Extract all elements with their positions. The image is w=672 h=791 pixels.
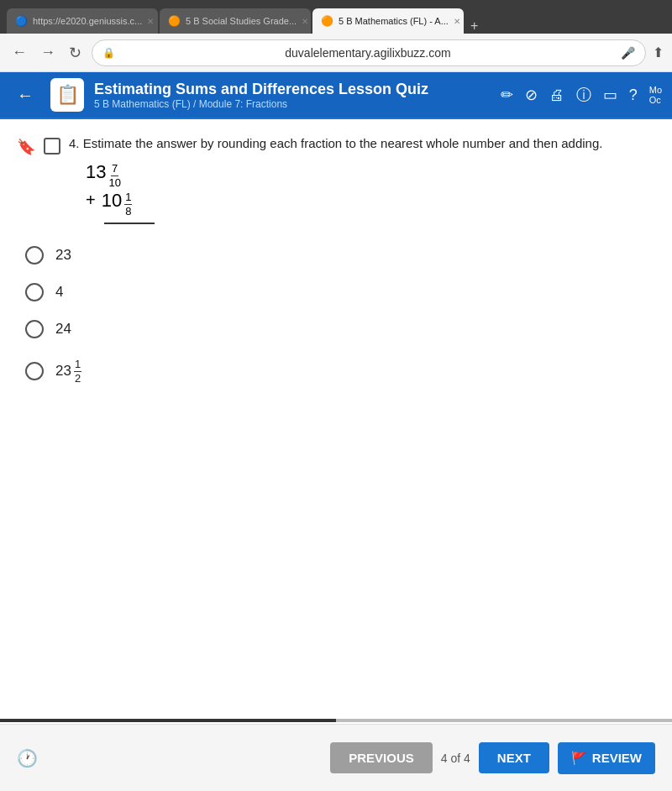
tab-bar: 🔵 https://e2020.geniussis.c... ✕ 🟠 5 B S… bbox=[7, 0, 483, 34]
footer-right: PREVIOUS 4 of 4 NEXT 🚩 REVIEW bbox=[330, 742, 655, 774]
question-number: 4. bbox=[69, 136, 80, 150]
math-line1-den: 10 bbox=[108, 176, 120, 190]
option4-frac-den: 2 bbox=[75, 372, 81, 385]
previous-button[interactable]: PREVIOUS bbox=[330, 742, 433, 773]
reload-button[interactable]: ↻ bbox=[66, 40, 85, 65]
header-title-block: Estimating Sums and Differences Lesson Q… bbox=[94, 81, 491, 110]
question-checkbox[interactable] bbox=[44, 138, 60, 155]
question-body: Estimate the answer by rounding each fra… bbox=[83, 136, 603, 150]
tab1-close[interactable]: ✕ bbox=[147, 17, 154, 26]
footer: 🕐 PREVIOUS 4 of 4 NEXT 🚩 REVIEW bbox=[0, 724, 672, 791]
content-area: 🔖 4. Estimate the answer by rounding eac… bbox=[0, 119, 672, 724]
bookmark-icon[interactable]: 🔖 bbox=[17, 138, 35, 156]
app-back-button[interactable]: ← bbox=[10, 82, 40, 108]
math-line1-num: 7 bbox=[111, 162, 118, 176]
add-tab-button[interactable]: + bbox=[465, 18, 483, 34]
option-4-label: 23 1 2 bbox=[55, 357, 81, 385]
header-app-icon: 📋 bbox=[50, 78, 84, 112]
tab3-close[interactable]: ✕ bbox=[454, 17, 460, 26]
clock-icon: 🕐 bbox=[17, 748, 38, 768]
pencil-icon[interactable]: ✏ bbox=[501, 86, 513, 104]
option-1-label: 23 bbox=[55, 247, 71, 264]
question-content: 4. Estimate the answer by rounding each … bbox=[69, 136, 602, 229]
tablet-icon[interactable]: ▭ bbox=[603, 86, 617, 104]
math-line1-fraction: 7 10 bbox=[108, 162, 120, 189]
print-icon[interactable]: 🖨 bbox=[549, 86, 564, 104]
more-text[interactable]: MoOc bbox=[649, 85, 662, 105]
option-1[interactable]: 23 bbox=[25, 246, 655, 265]
option-4[interactable]: 23 1 2 bbox=[25, 357, 655, 385]
math-line2-fraction: 1 8 bbox=[124, 191, 132, 217]
option-2[interactable]: 4 bbox=[25, 283, 655, 301]
options-list: 23 4 24 23 1 2 bbox=[17, 246, 655, 385]
math-line2: + 10 1 8 bbox=[86, 189, 602, 217]
radio-1[interactable] bbox=[25, 246, 44, 265]
help-icon[interactable]: ? bbox=[629, 86, 638, 104]
app-header: ← 📋 Estimating Sums and Differences Less… bbox=[0, 72, 672, 119]
question-row: 🔖 4. Estimate the answer by rounding eac… bbox=[17, 136, 655, 229]
quiz-subtitle: 5 B Mathematics (FL) / Module 7: Fractio… bbox=[94, 98, 491, 110]
scrollbar-indicator bbox=[0, 719, 672, 722]
back-button[interactable]: ← bbox=[8, 40, 30, 65]
mic-icon: 🎤 bbox=[621, 46, 635, 60]
info-icon[interactable]: ⓘ bbox=[576, 85, 591, 105]
math-line2-num: 1 bbox=[124, 191, 132, 205]
tab3-label: 5 B Mathematics (FL) - A... bbox=[339, 16, 449, 26]
option-3-label: 24 bbox=[55, 321, 71, 338]
tab2-label: 5 B Social Studies Grade... bbox=[186, 16, 297, 26]
lock-icon: 🔒 bbox=[102, 47, 115, 59]
option-3[interactable]: 24 bbox=[25, 320, 655, 338]
review-label: REVIEW bbox=[592, 751, 642, 765]
share-icon[interactable]: ⬆ bbox=[653, 45, 664, 60]
tab3-favicon: 🟠 bbox=[321, 15, 333, 27]
math-line1: 13 7 10 bbox=[86, 160, 602, 189]
math-block: 13 7 10 + 10 1 8 bbox=[86, 160, 602, 224]
math-line1-whole: 13 bbox=[86, 160, 106, 185]
next-button[interactable]: NEXT bbox=[479, 742, 549, 773]
address-text: duvalelementary.agilixbuzz.com bbox=[120, 46, 616, 60]
math-line2-whole: 10 bbox=[102, 189, 122, 213]
address-bar[interactable]: 🔒 duvalelementary.agilixbuzz.com 🎤 bbox=[92, 39, 646, 66]
tab-3[interactable]: 🟠 5 B Mathematics (FL) - A... ✕ bbox=[312, 8, 464, 34]
plus-sign: + bbox=[86, 189, 96, 211]
tab1-favicon: 🔵 bbox=[15, 15, 28, 27]
quiz-title: Estimating Sums and Differences Lesson Q… bbox=[94, 81, 491, 98]
option-2-label: 4 bbox=[55, 284, 63, 301]
review-button[interactable]: 🚩 REVIEW bbox=[558, 742, 655, 774]
radio-3[interactable] bbox=[25, 320, 44, 338]
tab1-label: https://e2020.geniussis.c... bbox=[33, 16, 142, 26]
tab2-close[interactable]: ✕ bbox=[302, 17, 308, 26]
question-text: 4. Estimate the answer by rounding each … bbox=[69, 136, 602, 150]
progress-text: 4 of 4 bbox=[441, 752, 470, 765]
option4-frac-num: 1 bbox=[74, 358, 81, 372]
address-bar-row: ← → ↻ 🔒 duvalelementary.agilixbuzz.com 🎤… bbox=[0, 34, 672, 72]
radio-4[interactable] bbox=[25, 362, 44, 380]
math-divider-line bbox=[104, 223, 155, 224]
tab-1[interactable]: 🔵 https://e2020.geniussis.c... ✕ bbox=[7, 8, 158, 34]
tab-2[interactable]: 🟠 5 B Social Studies Grade... ✕ bbox=[160, 8, 311, 34]
scrollbar-thumb bbox=[0, 719, 336, 722]
flag-icon: 🚩 bbox=[571, 751, 587, 766]
block-icon[interactable]: ⊘ bbox=[525, 86, 538, 104]
option4-fraction: 1 2 bbox=[74, 358, 81, 385]
header-tools: ✏ ⊘ 🖨 ⓘ ▭ ? MoOc bbox=[501, 85, 662, 105]
browser-chrome: 🔵 https://e2020.geniussis.c... ✕ 🟠 5 B S… bbox=[0, 0, 672, 34]
quiz-icon: 📋 bbox=[56, 84, 79, 106]
forward-button[interactable]: → bbox=[37, 40, 59, 65]
tab2-favicon: 🟠 bbox=[168, 15, 181, 27]
radio-2[interactable] bbox=[25, 283, 44, 301]
math-line2-den: 8 bbox=[125, 205, 131, 218]
